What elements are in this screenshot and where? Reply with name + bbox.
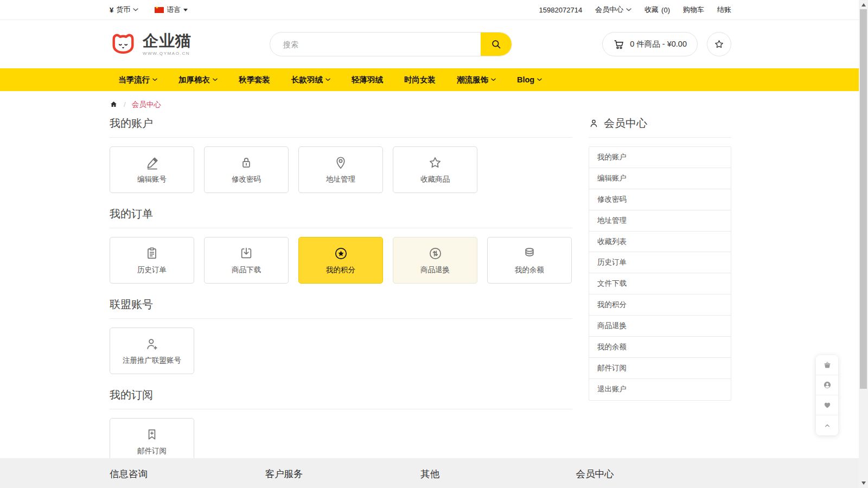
card-return[interactable]: 商品退换 [393,237,477,284]
card-label: 邮件订阅 [137,446,167,456]
section-3: 我的订阅邮件订阅 [110,388,572,465]
nav-item-6[interactable]: 潮流服饰 [457,75,496,85]
nav-item-2[interactable]: 秋季套装 [239,75,270,85]
basket-icon [823,361,832,369]
card-label: 修改密码 [232,175,261,184]
account-sidebar: 会员中心 我的账户编辑账户修改密码地址管理收藏列表历史订单文件下载我的积分商品退… [589,110,731,401]
nav-item-3[interactable]: 长款羽绒 [291,75,330,85]
currency-selector[interactable]: ¥ 货币 [110,5,138,15]
lock-icon [239,156,253,170]
section-0: 我的账户编辑账号修改密码地址管理收藏商品 [110,116,572,193]
star-icon [714,39,724,49]
page-footer: 信息咨询客户服务其他会员中心 [0,458,859,488]
main-nav-bar: 当季流行加厚棉衣秋季套装长款羽绒轻薄羽绒时尚女装潮流服饰Blog [0,68,859,91]
card-person-plus[interactable]: 注册推广联盟账号 [110,328,194,374]
sidebar-item-3[interactable]: 地址管理 [589,210,731,232]
sidebar-item-0[interactable]: 我的账户 [589,147,731,168]
search-button[interactable] [481,33,512,56]
nav-item-label: 加厚棉衣 [178,75,210,85]
checkout-link[interactable]: 结账 [717,5,731,15]
location-pin-icon [334,156,348,170]
card-location-pin[interactable]: 地址管理 [298,146,383,193]
bookmark-plus-icon [145,427,159,442]
wishlist-button[interactable] [707,32,731,56]
site-logo[interactable]: 企业猫 WWW.QYMAO.CN [110,32,270,56]
search-icon [490,38,502,50]
section-2: 联盟账号注册推广联盟账号 [110,297,572,374]
cart-link[interactable]: 购物车 [683,5,704,15]
footer-columns: 信息咨询客户服务其他会员中心 [110,458,731,480]
cart-summary-button[interactable]: 0 件商品 - ¥0.00 [602,32,698,56]
footer-column-title: 信息咨询 [110,467,265,480]
float-chevron-up-button[interactable] [816,415,838,435]
page-scrollbar[interactable] [859,0,868,488]
wishlist-count: (0) [661,6,670,14]
card-clipboard[interactable]: 历史订单 [110,237,194,284]
footer-column-title: 客户服务 [265,467,421,480]
triangle-down-icon [183,9,188,11]
cart-icon [613,38,625,50]
search-input[interactable] [270,33,481,56]
card-lock[interactable]: 修改密码 [204,146,289,193]
scrollbar-thumb[interactable] [860,9,867,389]
float-user-circle-button[interactable] [816,375,838,395]
member-center-menu[interactable]: 会员中心 [595,5,631,15]
nav-item-5[interactable]: 时尚女装 [404,75,436,85]
return-icon [428,246,443,261]
sidebar-item-6[interactable]: 文件下载 [589,273,731,294]
member-center-label: 会员中心 [595,5,623,15]
sidebar-item-1[interactable]: 编辑账户 [589,168,731,189]
user-circle-icon [823,381,832,389]
coins-icon [522,246,537,261]
footer-column-title: 会员中心 [576,467,732,480]
home-icon[interactable] [110,100,118,108]
language-selector[interactable]: 语言 [155,5,188,15]
float-basket-button[interactable] [816,355,838,375]
nav-item-label: 时尚女装 [404,75,436,85]
floating-panel [816,355,838,435]
topbar: ¥ 货币 语言 15982072714 会员中心 [0,0,859,20]
chevron-down-icon [537,78,542,81]
card-star-circle[interactable]: 我的积分 [298,237,383,284]
sidebar-title: 会员中心 [604,116,647,131]
nav-item-label: 长款羽绒 [291,75,323,85]
logo-title: 企业猫 [143,33,192,49]
site-header: 企业猫 WWW.QYMAO.CN 0 件商品 - ¥0.00 [0,20,859,68]
nav-item-0[interactable]: 当季流行 [118,75,157,85]
nav-item-7[interactable]: Blog [517,75,542,84]
footer-column-2: 其他 [420,467,576,480]
sidebar-item-4[interactable]: 收藏列表 [589,232,731,253]
currency-label: 货币 [116,5,130,15]
sidebar-item-9[interactable]: 我的余额 [589,337,731,358]
pencil-icon [145,156,159,170]
nav-item-4[interactable]: 轻薄羽绒 [352,75,383,85]
card-label: 历史订单 [137,265,167,275]
section-1: 我的订单历史订单商品下载我的积分商品退换我的余额 [110,207,572,284]
cat-logo-icon [110,32,137,56]
nav-item-label: 轻薄羽绒 [352,75,383,85]
person-icon [589,118,599,129]
sidebar-item-5[interactable]: 历史订单 [589,252,731,273]
sidebar-item-2[interactable]: 修改密码 [589,189,731,210]
sidebar-item-7[interactable]: 我的积分 [589,294,731,316]
card-star[interactable]: 收藏商品 [393,146,477,193]
wishlist-link[interactable]: 收藏 (0) [644,5,670,15]
card-coins[interactable]: 我的余额 [487,237,572,284]
content-sections: 我的账户编辑账号修改密码地址管理收藏商品我的订单历史订单商品下载我的积分商品退换… [110,110,572,465]
sidebar-item-11[interactable]: 退出账户 [589,379,731,400]
main-nav: 当季流行加厚棉衣秋季套装长款羽绒轻薄羽绒时尚女装潮流服饰Blog [110,68,731,91]
scroll-down-arrow[interactable] [861,481,866,485]
breadcrumb-current[interactable]: 会员中心 [132,100,161,110]
card-pencil[interactable]: 编辑账号 [110,146,194,193]
clipboard-icon [145,246,159,261]
currency-symbol: ¥ [110,6,113,14]
chevron-down-icon [152,78,157,81]
float-heart-button[interactable] [816,395,838,415]
card-download[interactable]: 商品下载 [204,237,289,284]
sidebar-item-8[interactable]: 商品退换 [589,316,731,337]
nav-item-label: Blog [517,75,534,84]
nav-item-1[interactable]: 加厚棉衣 [178,75,218,85]
star-icon [428,156,442,170]
sidebar-item-10[interactable]: 邮件订阅 [589,358,731,379]
scroll-up-arrow[interactable] [861,3,866,7]
